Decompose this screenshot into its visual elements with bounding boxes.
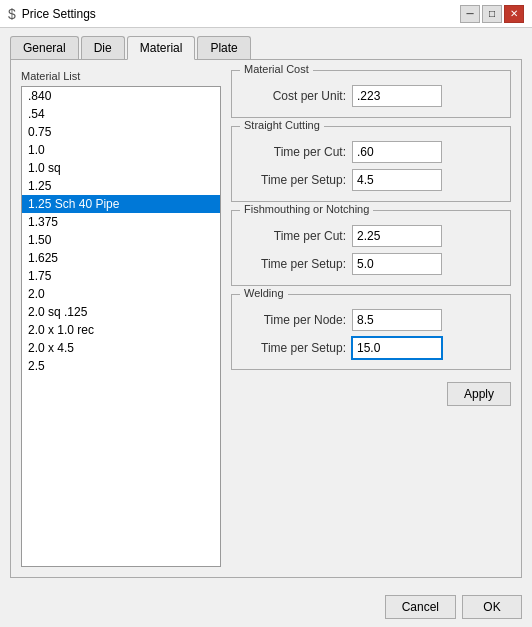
list-item[interactable]: 2.0 x 4.5: [22, 339, 220, 357]
list-item[interactable]: .54: [22, 105, 220, 123]
fn-time-per-setup-label: Time per Setup:: [242, 257, 352, 271]
cancel-button[interactable]: Cancel: [385, 595, 456, 619]
welding-group: Welding Time per Node: Time per Setup:: [231, 294, 511, 370]
w-time-per-setup-row: Time per Setup:: [242, 337, 500, 359]
list-item[interactable]: 2.0 x 1.0 rec: [22, 321, 220, 339]
tab-material[interactable]: Material: [127, 36, 196, 60]
list-item[interactable]: 0.75: [22, 123, 220, 141]
list-item[interactable]: 1.50: [22, 231, 220, 249]
ok-button[interactable]: OK: [462, 595, 522, 619]
apply-button[interactable]: Apply: [447, 382, 511, 406]
fishmouthing-title: Fishmouthing or Notching: [240, 203, 373, 215]
list-item[interactable]: 1.25: [22, 177, 220, 195]
maximize-button[interactable]: □: [482, 5, 502, 23]
tab-plate[interactable]: Plate: [197, 36, 250, 60]
sc-time-per-cut-input[interactable]: [352, 141, 442, 163]
list-item[interactable]: 1.375: [22, 213, 220, 231]
main-window: $ Price Settings ─ □ ✕ General Die Mater…: [0, 0, 532, 627]
window-title: Price Settings: [22, 7, 96, 21]
window-controls: ─ □ ✕: [460, 5, 524, 23]
right-panel: Material Cost Cost per Unit: Straight Cu…: [231, 70, 511, 567]
sc-time-per-setup-input[interactable]: [352, 169, 442, 191]
fn-time-per-cut-row: Time per Cut:: [242, 225, 500, 247]
list-item[interactable]: 1.25 Sch 40 Pipe: [22, 195, 220, 213]
fn-time-per-setup-input[interactable]: [352, 253, 442, 275]
cost-per-unit-label: Cost per Unit:: [242, 89, 352, 103]
list-item[interactable]: 1.0 sq: [22, 159, 220, 177]
tab-general[interactable]: General: [10, 36, 79, 60]
material-list-label: Material List: [21, 70, 221, 82]
fn-time-per-cut-input[interactable]: [352, 225, 442, 247]
straight-cutting-group: Straight Cutting Time per Cut: Time per …: [231, 126, 511, 202]
apply-row: Apply: [231, 382, 511, 406]
material-cost-group: Material Cost Cost per Unit:: [231, 70, 511, 118]
list-item[interactable]: 1.0: [22, 141, 220, 159]
list-item[interactable]: .840: [22, 87, 220, 105]
app-icon: $: [8, 6, 16, 22]
minimize-button[interactable]: ─: [460, 5, 480, 23]
material-cost-title: Material Cost: [240, 63, 313, 75]
list-item[interactable]: 2.5: [22, 357, 220, 375]
fishmouthing-group: Fishmouthing or Notching Time per Cut: T…: [231, 210, 511, 286]
content-area: General Die Material Plate Material List…: [0, 28, 532, 587]
material-listbox[interactable]: .840.540.751.01.0 sq1.251.25 Sch 40 Pipe…: [21, 86, 221, 567]
list-item[interactable]: 2.0 sq .125: [22, 303, 220, 321]
list-item[interactable]: 1.75: [22, 267, 220, 285]
fn-time-per-cut-label: Time per Cut:: [242, 229, 352, 243]
close-button[interactable]: ✕: [504, 5, 524, 23]
sc-time-per-setup-label: Time per Setup:: [242, 173, 352, 187]
list-item[interactable]: 1.625: [22, 249, 220, 267]
w-time-per-node-label: Time per Node:: [242, 313, 352, 327]
material-list-panel: Material List .840.540.751.01.0 sq1.251.…: [21, 70, 221, 567]
w-time-per-setup-input[interactable]: [352, 337, 442, 359]
title-bar: $ Price Settings ─ □ ✕: [0, 0, 532, 28]
main-panel: Material List .840.540.751.01.0 sq1.251.…: [10, 59, 522, 578]
straight-cutting-title: Straight Cutting: [240, 119, 324, 131]
sc-time-per-cut-row: Time per Cut:: [242, 141, 500, 163]
cost-per-unit-input[interactable]: [352, 85, 442, 107]
w-time-per-node-input[interactable]: [352, 309, 442, 331]
sc-time-per-setup-row: Time per Setup:: [242, 169, 500, 191]
bottom-bar: Cancel OK: [0, 587, 532, 627]
w-time-per-node-row: Time per Node:: [242, 309, 500, 331]
w-time-per-setup-label: Time per Setup:: [242, 341, 352, 355]
fn-time-per-setup-row: Time per Setup:: [242, 253, 500, 275]
list-item[interactable]: 2.0: [22, 285, 220, 303]
tab-die[interactable]: Die: [81, 36, 125, 60]
tab-bar: General Die Material Plate: [10, 36, 522, 60]
sc-time-per-cut-label: Time per Cut:: [242, 145, 352, 159]
cost-per-unit-row: Cost per Unit:: [242, 85, 500, 107]
welding-title: Welding: [240, 287, 288, 299]
